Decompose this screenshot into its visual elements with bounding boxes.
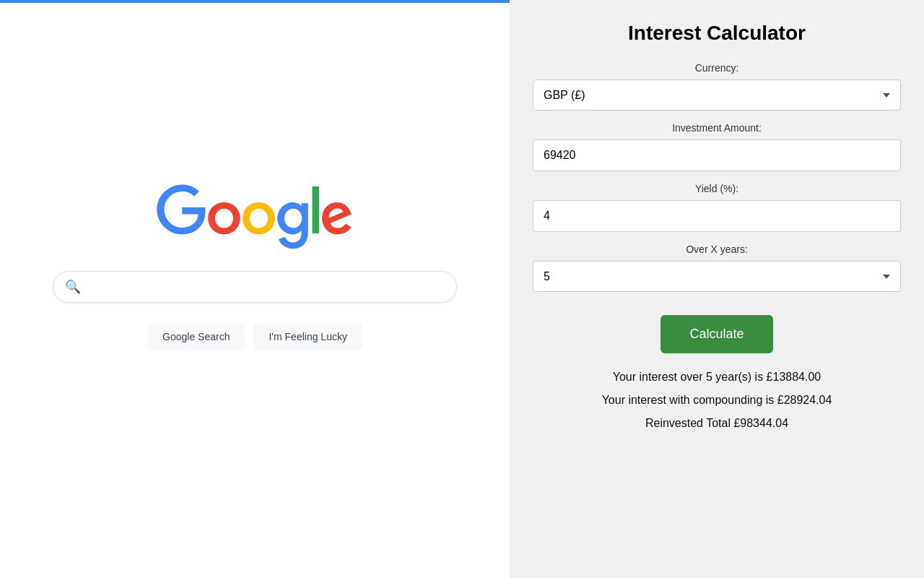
yield-input[interactable] bbox=[533, 200, 901, 232]
currency-group: Currency: GBP (£) USD ($) EUR (€) JPY (¥… bbox=[533, 62, 901, 111]
google-search-button[interactable]: Google Search bbox=[147, 323, 245, 350]
investment-group: Investment Amount: bbox=[533, 122, 901, 171]
result-total: Reinvested Total £98344.04 bbox=[533, 417, 901, 430]
result-simple: Your interest over 5 year(s) is £13884.0… bbox=[533, 371, 901, 384]
search-buttons: Google Search I'm Feeling Lucky bbox=[147, 323, 362, 350]
years-select[interactable]: 1 2 3 4 5 6 7 8 9 10 bbox=[533, 261, 901, 292]
search-icon: 🔍 bbox=[65, 279, 81, 295]
yield-label: Yield (%): bbox=[533, 183, 901, 194]
currency-label: Currency: bbox=[533, 62, 901, 74]
investment-label: Investment Amount: bbox=[533, 122, 901, 134]
search-bar[interactable]: 🔍 bbox=[53, 271, 457, 303]
calculate-button[interactable]: Calculate bbox=[661, 315, 772, 353]
years-group: Over X years: 1 2 3 4 5 6 7 8 9 10 bbox=[533, 243, 901, 292]
yield-group: Yield (%): bbox=[533, 183, 901, 232]
google-panel: 🔍 Google Search I'm Feeling Lucky bbox=[0, 0, 510, 578]
years-label: Over X years: bbox=[533, 243, 901, 255]
calculator-title: Interest Calculator bbox=[628, 22, 806, 45]
result-compound: Your interest with compounding is £28924… bbox=[533, 394, 901, 407]
results-section: Your interest over 5 year(s) is £13884.0… bbox=[533, 371, 901, 430]
search-input[interactable] bbox=[88, 280, 445, 293]
investment-input[interactable] bbox=[533, 139, 901, 171]
google-logo bbox=[157, 184, 353, 251]
currency-select[interactable]: GBP (£) USD ($) EUR (€) JPY (¥) bbox=[533, 79, 901, 111]
feeling-lucky-button[interactable]: I'm Feeling Lucky bbox=[253, 323, 362, 350]
calculator-form: Currency: GBP (£) USD ($) EUR (€) JPY (¥… bbox=[533, 62, 901, 430]
calculator-panel: Interest Calculator Currency: GBP (£) US… bbox=[510, 0, 924, 578]
top-bar bbox=[0, 0, 510, 3]
